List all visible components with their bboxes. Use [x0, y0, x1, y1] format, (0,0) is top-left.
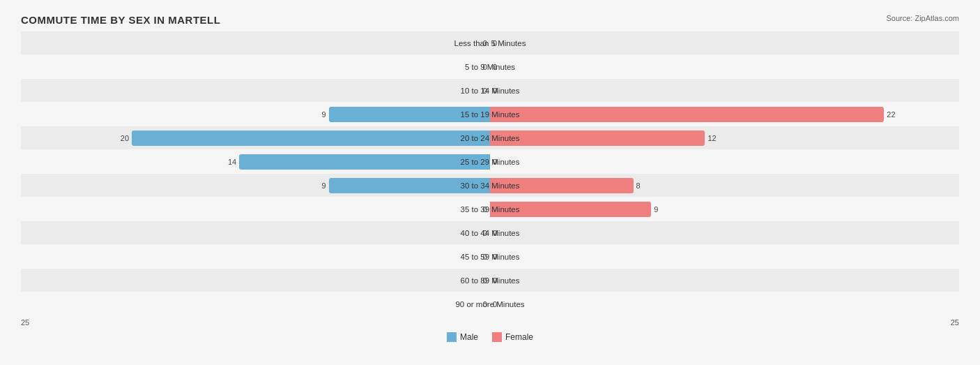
axis-right: 25	[951, 318, 959, 327]
male-value: 9	[322, 110, 326, 119]
legend-female-box	[492, 332, 502, 342]
male-value: 14	[228, 158, 236, 166]
row-label: 40 to 44 Minutes	[460, 229, 519, 237]
female-value: 0	[493, 276, 497, 285]
female-bar	[490, 131, 705, 146]
table-row: 35 to 39 Minutes09	[21, 198, 959, 221]
table-row: 40 to 44 Minutes00	[21, 221, 959, 244]
female-value: 0	[493, 87, 497, 95]
chart-title: COMMUTE TIME BY SEX IN MARTELL	[21, 14, 959, 26]
row-label: 20 to 24 Minutes	[460, 134, 519, 142]
row-label: 15 to 19 Minutes	[460, 110, 519, 119]
legend-female-label: Female	[505, 332, 533, 342]
legend-male-box	[447, 332, 457, 342]
legend-male-label: Male	[460, 332, 478, 342]
female-bar	[490, 107, 884, 122]
table-row: 5 to 9 Minutes00	[21, 55, 959, 78]
row-label: 25 to 29 Minutes	[460, 158, 519, 166]
female-value: 0	[493, 300, 497, 308]
table-row: 15 to 19 Minutes922	[21, 103, 959, 126]
legend-male: Male	[447, 332, 478, 342]
female-value: 12	[707, 134, 716, 142]
legend-female: Female	[492, 332, 533, 342]
male-value: 0	[483, 276, 487, 285]
female-value: 0	[493, 253, 497, 261]
row-label: 45 to 59 Minutes	[460, 253, 519, 261]
row-label: 35 to 39 Minutes	[460, 205, 519, 214]
table-row: 10 to 14 Minutes00	[21, 79, 959, 102]
female-value: 8	[636, 181, 641, 190]
male-value: 0	[483, 253, 487, 261]
source-text: Source: ZipAtlas.com	[886, 14, 959, 22]
male-value: 9	[322, 181, 326, 190]
male-value: 0	[483, 205, 487, 214]
female-value: 0	[493, 39, 497, 47]
legend: Male Female	[21, 332, 959, 342]
male-value: 20	[121, 134, 129, 142]
female-value: 0	[493, 63, 497, 71]
female-value: 0	[493, 229, 497, 237]
row-label: 90 or more Minutes	[455, 300, 524, 308]
rows-wrapper: Less than 5 Minutes005 to 9 Minutes0010 …	[21, 31, 959, 315]
row-label: 5 to 9 Minutes	[465, 63, 515, 71]
table-row: 20 to 24 Minutes2012	[21, 126, 959, 149]
row-label: 60 to 89 Minutes	[460, 276, 519, 285]
table-row: 90 or more Minutes00	[21, 292, 959, 315]
table-row: 30 to 34 Minutes98	[21, 174, 959, 197]
male-bar	[132, 131, 490, 146]
chart-container: COMMUTE TIME BY SEX IN MARTELL Source: Z…	[0, 0, 980, 365]
row-label: 30 to 34 Minutes	[460, 181, 519, 190]
table-row: 45 to 59 Minutes00	[21, 245, 959, 268]
table-row: 25 to 29 Minutes140	[21, 150, 959, 173]
male-bar	[239, 154, 490, 170]
male-value: 0	[483, 87, 487, 95]
axis-labels: 25 25	[21, 318, 959, 327]
male-value: 0	[483, 39, 487, 47]
female-value: 9	[654, 205, 658, 214]
male-value: 0	[483, 300, 487, 308]
female-value: 0	[493, 158, 497, 166]
table-row: Less than 5 Minutes00	[21, 31, 959, 54]
female-value: 22	[887, 110, 895, 119]
row-label: 10 to 14 Minutes	[460, 87, 519, 95]
row-label: Less than 5 Minutes	[454, 39, 526, 47]
male-value: 0	[483, 229, 487, 237]
male-value: 0	[483, 63, 487, 71]
axis-left: 25	[21, 318, 29, 327]
table-row: 60 to 89 Minutes00	[21, 269, 959, 292]
